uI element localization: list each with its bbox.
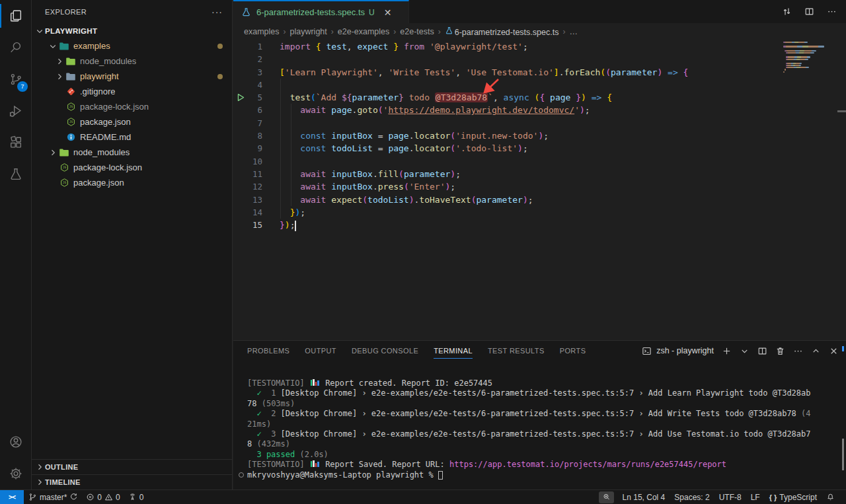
code-line-14[interactable]: 14 });: [233, 206, 846, 219]
compare-changes-icon[interactable]: [780, 5, 793, 18]
status-cursor-position[interactable]: Ln 15, Col 4: [619, 490, 669, 504]
breadcrumb-item[interactable]: e2e-examples: [338, 27, 390, 36]
code-line-12[interactable]: 12 await inputBox.press('Enter');: [233, 180, 846, 193]
code-line-2[interactable]: 2: [233, 53, 846, 65]
tree-item-playwright[interactable]: playwright: [32, 69, 232, 84]
ellipsis-icon[interactable]: [792, 345, 804, 357]
activity-search[interactable]: [0, 32, 31, 63]
code-token: 'Learn Playwright': [285, 67, 378, 77]
terminal-output[interactable]: [TESTOMATIO] Report created. Report ID: …: [233, 361, 846, 489]
breadcrumb-item[interactable]: examples: [244, 27, 280, 36]
minimap-line: [786, 56, 810, 57]
activity-bar: 7: [0, 0, 32, 489]
split-icon[interactable]: [756, 345, 768, 357]
workspace-root-row[interactable]: PLAYWRIGHT: [32, 23, 232, 38]
panel-tab-ports[interactable]: PORTS: [560, 341, 586, 361]
status-git-branch[interactable]: master*: [25, 490, 81, 504]
close-icon[interactable]: [827, 345, 839, 357]
code-line-13[interactable]: 13 await expect(todoList).toHaveText(par…: [233, 194, 846, 206]
ellipsis-icon[interactable]: [825, 5, 838, 18]
code-line-9[interactable]: 9 const todoList = page.locator('.todo-l…: [233, 142, 846, 155]
code-editor[interactable]: 1import { test, expect } from '@playwrig…: [233, 40, 846, 340]
breadcrumb-item[interactable]: playwright: [290, 27, 327, 36]
panel-tab-output[interactable]: OUTPUT: [305, 341, 336, 361]
tree-item-package-lock-json[interactable]: JSpackage-lock.json: [32, 99, 232, 114]
status-notifications[interactable]: [823, 490, 838, 504]
code-line-5[interactable]: 5 test(`Add ${parameter} todo @T3d28ab78…: [233, 91, 846, 104]
remote-indicator[interactable]: ><: [0, 490, 24, 504]
activity-explorer[interactable]: [0, 0, 31, 32]
report-url-link[interactable]: https://app.testomat.io/projects/mars/ru…: [449, 460, 726, 469]
tree-item-readme-md[interactable]: README.md: [32, 129, 232, 145]
activity-settings[interactable]: [0, 458, 31, 489]
plus-icon[interactable]: [720, 345, 732, 357]
panel-tab-problems[interactable]: PROBLEMS: [247, 341, 289, 361]
line-number: 2: [257, 53, 262, 65]
command-decoration-icon[interactable]: [239, 472, 244, 478]
line-number: 7: [257, 117, 262, 129]
activity-testing[interactable]: [0, 159, 31, 190]
split-editor-icon[interactable]: [802, 5, 816, 18]
tree-item--gitignore[interactable]: .gitignore: [32, 84, 232, 99]
panel-tab-debug-console[interactable]: DEBUG CONSOLE: [352, 341, 418, 361]
code-line-3[interactable]: 3['Learn Playwright', 'Write Tests', 'Us…: [233, 66, 846, 79]
run-test-icon[interactable]: [237, 93, 245, 102]
code-token: ): [523, 195, 528, 205]
chevron-up-icon[interactable]: [810, 345, 822, 357]
editor-cursor: [295, 221, 296, 231]
code-line-11[interactable]: 11 await inputBox.fill(parameter);: [233, 168, 846, 180]
activity-extensions[interactable]: [0, 127, 31, 159]
section-outline[interactable]: OUTLINE: [32, 459, 232, 474]
code-text: test(`Add ${parameter} todo @T3d28ab78`,…: [280, 91, 612, 104]
tree-item-node-modules[interactable]: node_modules: [32, 54, 232, 69]
breadcrumb-file-label: 6-parametrized-tests.spec.ts: [455, 28, 559, 37]
tree-item-examples[interactable]: examples: [32, 38, 232, 54]
chevron-down-icon[interactable]: [738, 345, 750, 357]
terminal-scrollbar[interactable]: [842, 439, 844, 470]
code-token: =>: [668, 67, 678, 77]
breadcrumb-item[interactable]: …: [569, 27, 578, 36]
tree-item-package-lock-json[interactable]: JSpackage-lock.json: [32, 160, 232, 175]
code-token: '@playwright/test': [430, 42, 523, 52]
code-line-7[interactable]: 7: [233, 117, 846, 129]
terminal-selector[interactable]: zsh - playwright: [640, 345, 714, 357]
status-indentation[interactable]: Spaces: 2: [671, 490, 712, 504]
tree-item-node-modules[interactable]: node_modules: [32, 145, 232, 160]
panel-tab-test-results[interactable]: TEST RESULTS: [488, 341, 545, 361]
chevron-right-icon: [48, 147, 58, 158]
status-eol[interactable]: LF: [748, 490, 763, 504]
minimap[interactable]: [783, 42, 824, 73]
panel-tab-terminal[interactable]: TERMINAL: [434, 341, 473, 361]
status-encoding[interactable]: UTF-8: [716, 490, 745, 504]
tab-6-parametrized-tests[interactable]: 6-parametrized-tests.spec.ts U ✕: [233, 0, 409, 23]
code-line-15[interactable]: 15});: [233, 219, 846, 231]
tab-modified-badge: U: [369, 8, 375, 17]
status-language-mode[interactable]: { }TypeScript: [766, 490, 820, 504]
code-link[interactable]: https://demo.playwright.dev/todomvc/: [388, 105, 574, 115]
code-line-6[interactable]: 6 await page.goto('https://demo.playwrig…: [233, 104, 846, 116]
tree-item-package-json[interactable]: JSpackage.json: [32, 114, 232, 129]
json-file-icon: JS: [58, 177, 70, 189]
code-line-8[interactable]: 8 const inputBox = page.locator('input.n…: [233, 129, 846, 142]
section-timeline[interactable]: TIMELINE: [32, 474, 232, 489]
code-text: });: [280, 219, 296, 231]
code-token: [280, 92, 290, 102]
status-problems[interactable]: 00: [83, 490, 123, 504]
code-line-10[interactable]: 10: [233, 155, 846, 168]
breadcrumb-item[interactable]: e2e-tests: [400, 27, 434, 36]
code-token: ,: [455, 67, 466, 77]
tree-item-package-json[interactable]: JSpackage.json: [32, 175, 232, 190]
code-line-1[interactable]: 1import { test, expect } from '@playwrig…: [233, 40, 846, 53]
indent-guide: [291, 129, 291, 142]
code-line-4[interactable]: 4: [233, 79, 846, 91]
explorer-more-actions-icon[interactable]: ···: [212, 7, 223, 17]
status-forwarded-ports[interactable]: 0: [125, 490, 147, 504]
trash-icon[interactable]: [774, 345, 786, 357]
activity-accounts[interactable]: [0, 426, 31, 458]
activity-source-control[interactable]: 7: [0, 63, 31, 95]
activity-run-debug[interactable]: [0, 95, 31, 127]
breadcrumb-item[interactable]: 6-parametrized-tests.spec.ts: [445, 26, 559, 37]
editor-gutter: 1: [233, 40, 280, 53]
close-icon[interactable]: ✕: [384, 8, 392, 17]
status-zoom-indicator[interactable]: [599, 491, 614, 503]
